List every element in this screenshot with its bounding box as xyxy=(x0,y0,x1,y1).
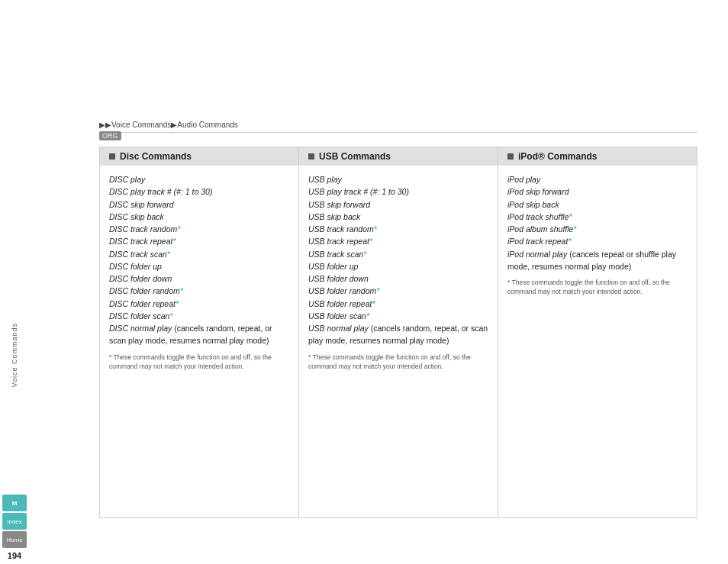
list-item: USB folder scan* xyxy=(308,310,488,322)
disc-header-icon xyxy=(109,153,115,160)
list-item: USB folder repeat* xyxy=(308,298,488,310)
disc-header: Disc Commands xyxy=(100,147,298,166)
list-item: USB normal play (cancels random, repeat,… xyxy=(308,322,488,347)
list-item: USB folder down xyxy=(308,272,488,285)
content-area: Disc Commands DISC play DISC play track … xyxy=(99,147,697,518)
list-item: iPod skip forward xyxy=(507,185,688,198)
page-container: ▶▶Voice Commands▶Audio Commands ORG Disc… xyxy=(0,0,728,564)
list-item: iPod track repeat* xyxy=(507,235,688,247)
list-item: iPod play xyxy=(507,173,688,185)
list-item: USB track repeat* xyxy=(308,235,488,247)
usb-footnote: * These commands toggle the function on … xyxy=(308,353,488,372)
list-item: DISC folder repeat* xyxy=(109,298,289,310)
left-bottom-nav: M Index Home 194 xyxy=(0,495,29,564)
list-item: iPod skip back xyxy=(507,198,688,211)
list-item: DISC normal play (cancels random, repeat… xyxy=(109,322,289,347)
ipod-header: iPod® Commands xyxy=(498,147,697,166)
list-item: DISC skip forward xyxy=(109,198,289,211)
list-item: DISC skip back xyxy=(109,211,289,223)
list-item: iPod track shuffle* xyxy=(507,211,688,223)
list-item: DISC folder up xyxy=(109,260,289,272)
list-item: USB folder up xyxy=(308,260,488,272)
disc-column: Disc Commands DISC play DISC play track … xyxy=(100,147,299,517)
list-item: USB track scan* xyxy=(308,248,488,260)
ipod-header-icon xyxy=(507,153,514,160)
list-item: USB skip back xyxy=(308,211,488,223)
list-item: USB track random* xyxy=(308,223,488,235)
usb-header: USB Commands xyxy=(299,147,498,166)
disc-command-list: DISC play DISC play track # (#: 1 to 30)… xyxy=(109,173,289,347)
breadcrumb-text: ▶▶Voice Commands▶Audio Commands xyxy=(99,121,238,129)
list-item: USB play track # (#: 1 to 30) xyxy=(308,185,488,198)
home-button[interactable]: Home xyxy=(2,531,27,548)
ipod-column: iPod® Commands iPod play iPod skip forwa… xyxy=(498,147,697,517)
ipod-title: iPod® Commands xyxy=(518,151,598,162)
ipod-footnote: * These commands toggle the function on … xyxy=(507,279,688,297)
list-item: iPod normal play (cancels repeat or shuf… xyxy=(507,248,688,273)
disc-title: Disc Commands xyxy=(120,151,192,162)
toc-button[interactable]: M xyxy=(2,495,27,511)
list-item: USB folder random* xyxy=(308,285,488,297)
usb-title: USB Commands xyxy=(319,151,391,162)
list-item: DISC track random* xyxy=(109,223,289,235)
ipod-command-list: iPod play iPod skip forward iPod skip ba… xyxy=(507,173,688,272)
usb-column: USB Commands USB play USB play track # (… xyxy=(299,147,498,517)
list-item: DISC track scan* xyxy=(109,248,289,260)
index-button[interactable]: Index xyxy=(2,513,27,530)
usb-command-list: USB play USB play track # (#: 1 to 30) U… xyxy=(308,173,488,347)
disc-footnote: * These commands toggle the function on … xyxy=(109,353,289,372)
breadcrumb: ▶▶Voice Commands▶Audio Commands xyxy=(99,121,697,133)
list-item: iPod album shuffle* xyxy=(507,223,688,235)
usb-header-icon xyxy=(308,153,314,160)
list-item: DISC folder scan* xyxy=(109,310,289,322)
list-item: DISC track repeat* xyxy=(109,235,289,247)
list-item: DISC play xyxy=(109,173,289,185)
sidebar-vertical-label: Voice Commands xyxy=(11,323,18,388)
list-item: DISC folder down xyxy=(109,272,289,285)
list-item: DISC play track # (#: 1 to 30) xyxy=(109,185,289,198)
page-number: 194 xyxy=(8,551,21,560)
list-item: DISC folder random* xyxy=(109,285,289,297)
list-item: USB skip forward xyxy=(308,198,488,211)
list-item: USB play xyxy=(308,173,488,185)
org-label: ORG xyxy=(99,131,121,140)
